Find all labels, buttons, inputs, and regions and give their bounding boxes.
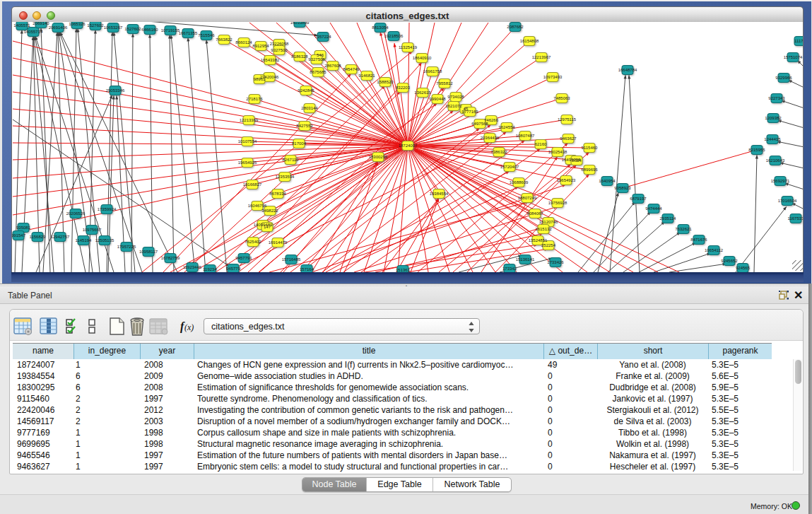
svg-text:17359924: 17359924 [98, 207, 117, 211]
svg-text:1156829: 1156829 [30, 235, 47, 239]
svg-text:1527602: 1527602 [124, 27, 141, 31]
svg-text:9457791: 9457791 [235, 256, 252, 260]
svg-text:147: 147 [264, 225, 271, 229]
svg-text:10654112: 10654112 [705, 248, 724, 252]
svg-text:8604: 8604 [572, 158, 582, 163]
svg-text:8186328: 8186328 [291, 54, 308, 59]
svg-text:10025438: 10025438 [548, 150, 567, 154]
svg-text:19166827: 19166827 [243, 182, 262, 187]
svg-text:9227343: 9227343 [768, 96, 785, 100]
svg-text:945779: 945779 [226, 267, 241, 271]
svg-text:9245652: 9245652 [721, 259, 738, 263]
svg-text:2069140: 2069140 [33, 22, 49, 25]
svg-text:8678334: 8678334 [269, 192, 286, 196]
svg-text:8675685: 8675685 [310, 70, 326, 74]
svg-text:157164: 157164 [300, 267, 314, 271]
svg-text:9146821: 9146821 [358, 74, 375, 78]
svg-text:17016504: 17016504 [778, 199, 797, 203]
svg-text:935081: 935081 [16, 226, 31, 230]
svg-text:1588520: 1588520 [377, 80, 394, 84]
svg-text:1733426: 1733426 [547, 260, 564, 264]
svg-text:6497568: 6497568 [471, 122, 488, 126]
svg-text:832203: 832203 [396, 86, 411, 90]
svg-text:15136141: 15136141 [516, 257, 535, 262]
svg-text:8660124: 8660124 [235, 40, 252, 45]
svg-text:3624554: 3624554 [498, 125, 515, 129]
svg-text:1615132: 1615132 [535, 227, 552, 231]
svg-text:10807487: 10807487 [516, 134, 535, 138]
svg-text:12213967: 12213967 [532, 55, 551, 59]
svg-text:98961: 98961 [254, 77, 266, 81]
svg-text:1244415: 1244415 [764, 137, 781, 141]
svg-text:16543382: 16543382 [261, 58, 280, 62]
svg-text:12942757: 12942757 [51, 235, 70, 239]
svg-text:12213369: 12213369 [240, 118, 259, 122]
svg-text:19654925: 19654925 [238, 160, 257, 165]
svg-text:173342: 173342 [502, 267, 517, 271]
svg-text:1209382: 1209382 [765, 116, 782, 120]
svg-text:16648784: 16648784 [618, 68, 637, 72]
svg-text:9327500: 9327500 [271, 48, 288, 52]
svg-text:1145194: 1145194 [76, 238, 93, 243]
svg-text:10958117: 10958117 [139, 250, 158, 254]
svg-text:18640910: 18640910 [413, 56, 432, 60]
svg-text:20364436: 20364436 [481, 136, 500, 140]
svg-text:7955812: 7955812 [436, 81, 453, 86]
svg-text:19384554: 19384554 [430, 192, 449, 196]
svg-text:18300295: 18300295 [369, 155, 388, 159]
svg-text:2867608: 2867608 [324, 64, 341, 68]
svg-text:1167533: 1167533 [788, 216, 804, 221]
svg-text:1640954: 1640954 [599, 179, 616, 183]
svg-text:817004: 817004 [292, 141, 307, 146]
svg-text:19654923: 19654923 [557, 178, 576, 182]
svg-text:10107554: 10107554 [238, 139, 257, 144]
svg-text:8215955: 8215955 [748, 148, 765, 152]
svg-text:11170: 11170 [794, 39, 804, 43]
svg-text:16961758: 16961758 [423, 69, 442, 74]
svg-text:7485063: 7485063 [553, 96, 570, 100]
svg-text:9242845: 9242845 [298, 88, 314, 93]
svg-text:16046796: 16046796 [248, 204, 267, 208]
svg-text:991547: 991547 [12, 233, 26, 238]
svg-text:2718176: 2718176 [246, 97, 263, 101]
svg-text:10975667: 10975667 [83, 228, 102, 232]
svg-text:9358923: 9358923 [614, 186, 631, 190]
svg-text:9115460: 9115460 [582, 146, 599, 150]
svg-text:2803144: 2803144 [301, 106, 318, 110]
svg-text:8454749: 8454749 [343, 67, 360, 71]
svg-text:1065326: 1065326 [69, 22, 86, 26]
svg-text:10973493: 10973493 [543, 75, 563, 79]
svg-text:16120746: 16120746 [539, 220, 558, 224]
svg-text:17957225: 17957225 [117, 245, 136, 249]
svg-text:252254: 252254 [541, 243, 556, 247]
svg-text:16033809: 16033809 [290, 22, 310, 25]
svg-text:10653267: 10653267 [104, 25, 123, 30]
svg-text:8267110: 8267110 [283, 158, 300, 162]
svg-text:7515546: 7515546 [198, 33, 215, 37]
svg-text:1405571: 1405571 [13, 23, 30, 28]
svg-text:7663822: 7663822 [216, 37, 233, 42]
svg-text:8912954: 8912954 [252, 44, 269, 48]
svg-text:11325419: 11325419 [399, 45, 418, 49]
svg-text:7357224: 7357224 [314, 35, 331, 39]
svg-text:23226058: 23226058 [270, 42, 289, 46]
svg-text:16154808: 16154808 [520, 39, 539, 43]
svg-text:(x): (x) [184, 322, 194, 332]
svg-text:16671355: 16671355 [179, 31, 198, 35]
svg-text:1362615: 1362615 [414, 90, 431, 95]
svg-text:2087682: 2087682 [507, 25, 524, 29]
svg-text:2935114: 2935114 [660, 216, 677, 221]
svg-text:15716485: 15716485 [282, 257, 301, 262]
svg-text:3498222: 3498222 [261, 209, 278, 213]
svg-text:6879197: 6879197 [630, 197, 647, 201]
svg-text:13524851: 13524851 [529, 238, 548, 243]
svg-text:7625402: 7625402 [245, 240, 261, 244]
svg-text:18807249: 18807249 [518, 196, 537, 200]
svg-text:15720407: 15720407 [500, 165, 519, 169]
svg-text:8427552: 8427552 [296, 124, 313, 128]
svg-text:12353594: 12353594 [276, 175, 295, 179]
svg-text:8471676: 8471676 [690, 238, 707, 242]
svg-text:19218506: 19218506 [384, 34, 404, 38]
svg-text:15751074: 15751074 [784, 55, 803, 59]
svg-text:924565: 924565 [736, 266, 751, 270]
